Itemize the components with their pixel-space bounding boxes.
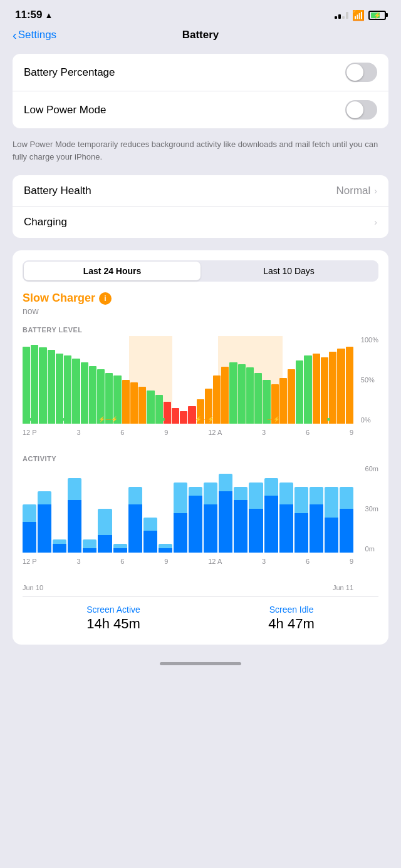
charging-chevron-container: › xyxy=(374,217,377,227)
y-label-50: 50% xyxy=(361,376,378,384)
x-label-9b: 9 xyxy=(350,429,353,436)
activity-bar-group xyxy=(23,465,36,553)
home-indicator-area xyxy=(0,650,401,671)
activity-bar-dark xyxy=(294,513,308,553)
segment-10d[interactable]: Last 10 Days xyxy=(200,262,377,280)
activity-bar-dark xyxy=(279,504,293,553)
activity-bar-light xyxy=(234,487,247,500)
battery-bar xyxy=(56,354,63,424)
activity-y-labels: 60m 30m 0m xyxy=(365,465,378,565)
act-x-12a: 12 A xyxy=(208,558,222,565)
activity-bar-group xyxy=(83,465,96,553)
segment-24h[interactable]: Last 24 Hours xyxy=(24,262,200,280)
date-labels: Jun 10 Jun 11 xyxy=(23,584,378,591)
time-range-segmented-control[interactable]: Last 24 Hours Last 10 Days xyxy=(23,260,378,282)
activity-bar-group xyxy=(143,465,157,553)
battery-bar xyxy=(39,347,46,424)
x-label-3b: 3 xyxy=(262,429,266,436)
screen-idle-label: Screen Idle xyxy=(268,605,314,615)
battery-percentage-row[interactable]: Battery Percentage xyxy=(13,54,388,91)
y-label-100: 100% xyxy=(361,336,378,344)
battery-health-value: Normal xyxy=(336,185,371,197)
activity-bar-dark xyxy=(189,496,202,553)
charge-bolt-1: ⚡—⚡ xyxy=(98,416,118,422)
activity-bar-light xyxy=(98,509,112,535)
low-power-mode-label: Low Power Mode xyxy=(24,104,106,116)
act-x-12p: 12 P xyxy=(23,558,37,565)
activity-bar-light xyxy=(128,487,142,504)
charging-bolt: ⚡ xyxy=(373,12,381,19)
activity-bar-dark xyxy=(38,504,51,553)
activity-bars xyxy=(23,465,353,553)
activity-bar-group xyxy=(325,465,338,553)
battery-health-row[interactable]: Battery Health Normal › xyxy=(13,175,388,207)
activity-bar-group xyxy=(128,465,142,553)
battery-bar xyxy=(304,355,311,424)
screen-idle-value: 4h 47m xyxy=(268,616,314,632)
battery-bar xyxy=(296,360,303,424)
activity-bar-light xyxy=(279,483,293,504)
charging-row[interactable]: Charging › xyxy=(13,207,388,238)
activity-bar-light xyxy=(249,483,263,509)
battery-percentage-toggle[interactable] xyxy=(345,63,377,82)
status-icons: 📶 ⚡ xyxy=(335,9,386,21)
activity-bar-light xyxy=(53,539,66,544)
low-power-mode-toggle[interactable] xyxy=(345,100,377,120)
activity-bar-dark xyxy=(310,504,323,553)
battery-bar xyxy=(31,345,38,424)
activity-bar-group xyxy=(234,465,247,553)
charge-square-2: ■ xyxy=(247,416,251,422)
activity-bar-light xyxy=(219,474,232,491)
activity-bar-dark xyxy=(159,548,172,553)
activity-bar-group xyxy=(98,465,112,553)
low-power-mode-description: Low Power Mode temporarily reduces backg… xyxy=(0,133,401,170)
activity-bar-group xyxy=(189,465,202,553)
activity-bar-dark xyxy=(264,496,278,553)
activity-y-60m: 60m xyxy=(365,465,378,472)
activity-y-30m: 30m xyxy=(365,505,378,513)
signal-bar-1 xyxy=(335,16,337,19)
act-x-9b: 9 xyxy=(350,558,353,565)
battery-health-group: Battery Health Normal › Charging › xyxy=(13,175,388,238)
wifi-icon: 📶 xyxy=(352,9,365,21)
signal-bars-icon xyxy=(335,12,348,19)
charge-dot-3: ■ xyxy=(327,416,330,422)
charge-bolt-3: —⚡— xyxy=(268,416,286,422)
activity-bar-light xyxy=(325,487,338,518)
charge-indicators: ■ ■·■ ⚡—⚡ ■ ⚡—⚡ ■ —⚡— ■ xyxy=(23,415,353,424)
status-bar: 11:59 ▲ 📶 ⚡ xyxy=(0,0,401,26)
screen-stats: Screen Active 14h 45m Screen Idle 4h 47m xyxy=(23,596,378,635)
back-button[interactable]: ‹ Settings xyxy=(13,28,56,43)
activity-bar-dark xyxy=(128,504,142,553)
slow-charger-label: Slow Charger i xyxy=(23,292,378,305)
activity-bar-light xyxy=(340,487,353,509)
activity-bar-group xyxy=(310,465,323,553)
activity-bar-group xyxy=(159,465,172,553)
screen-idle-stat: Screen Idle 4h 47m xyxy=(268,605,314,632)
x-label-9: 9 xyxy=(164,429,168,436)
low-power-mode-row[interactable]: Low Power Mode xyxy=(13,91,388,128)
battery-fill: ⚡ xyxy=(371,13,380,18)
info-icon[interactable]: i xyxy=(99,292,112,305)
signal-bar-3 xyxy=(342,16,345,19)
activity-bar-dark xyxy=(340,509,353,553)
date-jun11: Jun 11 xyxy=(333,584,353,591)
activity-bar-group xyxy=(38,465,51,553)
activity-bar-group xyxy=(113,465,127,553)
signal-bar-2 xyxy=(338,14,341,19)
activity-bar-group xyxy=(294,465,308,553)
activity-bar-light xyxy=(189,487,202,496)
battery-bar xyxy=(337,349,345,424)
act-x-3b: 3 xyxy=(262,558,266,565)
battery-y-labels: 100% 50% 0% xyxy=(361,336,378,436)
x-label-6b: 6 xyxy=(306,429,310,436)
battery-bar xyxy=(329,352,336,424)
activity-bar-light xyxy=(174,483,187,513)
activity-bar-group xyxy=(219,465,232,553)
now-label: now xyxy=(23,306,378,316)
back-chevron-icon: ‹ xyxy=(13,28,17,43)
charging-label: Charging xyxy=(24,216,67,228)
signal-bar-4 xyxy=(346,12,348,19)
x-label-12p: 12 P xyxy=(23,429,37,436)
battery-bar xyxy=(23,347,30,424)
